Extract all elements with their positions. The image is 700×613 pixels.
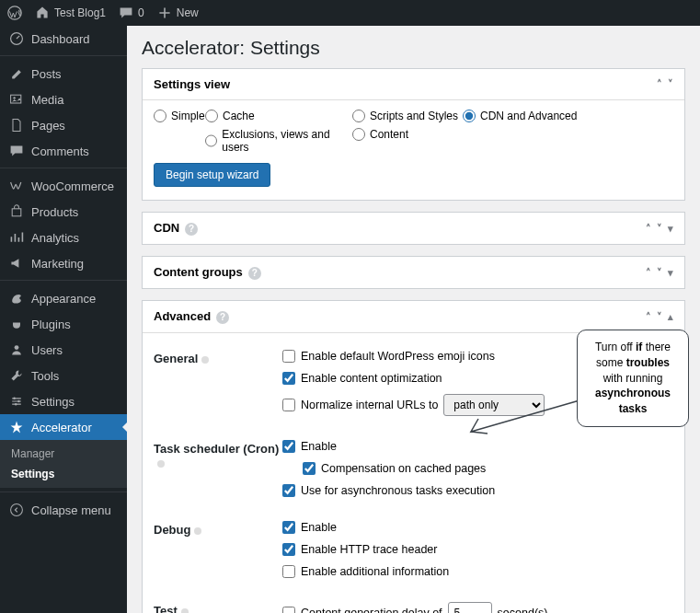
comments-count[interactable]: 0 (119, 6, 144, 20)
sidebar-label: Media (31, 93, 63, 107)
sidebar-item-analytics[interactable]: Analytics (0, 225, 127, 250)
sidebar-item-users[interactable]: Users (0, 337, 127, 363)
panel-head-cdn[interactable]: CDN? ˄˅▾ (143, 213, 684, 244)
callout-pointer-icon (462, 382, 581, 437)
admin-sidebar: Dashboard Posts Media Pages Comments Woo… (0, 26, 127, 613)
panel-title: CDN (154, 221, 179, 235)
svg-point-7 (17, 400, 19, 402)
view-content[interactable]: Content (352, 128, 463, 141)
page-title: Accelerator: Settings (142, 37, 685, 59)
test-delay-checkbox[interactable] (282, 607, 295, 613)
new-content[interactable]: New (157, 6, 199, 20)
sidebar-label: Settings (31, 395, 75, 409)
panel-head-advanced[interactable]: Advanced? ˄˅▴ (143, 301, 684, 332)
sidebar-item-comments[interactable]: Comments (0, 138, 127, 164)
comments-count-text: 0 (138, 6, 144, 19)
panel-title: Advanced (154, 309, 211, 323)
new-text: New (177, 6, 199, 19)
test-delay-input[interactable] (448, 602, 492, 613)
svg-point-8 (15, 403, 17, 405)
view-exclusions[interactable]: Exclusions, views and users (205, 128, 352, 154)
sidebar-label: Appearance (31, 292, 96, 306)
svg-rect-4 (12, 209, 21, 216)
view-cdn-advanced[interactable]: CDN and Advanced (463, 110, 601, 122)
caret-down-icon[interactable]: ▾ (668, 267, 673, 279)
chevron-down-icon[interactable]: ˅ (657, 223, 662, 235)
sidebar-item-settings[interactable]: Settings (0, 388, 127, 414)
help-icon[interactable]: ? (216, 311, 229, 324)
sidebar-item-tools[interactable]: Tools (0, 363, 127, 388)
opt-cron-compensation[interactable]: Compensation on cached pages (303, 462, 673, 475)
sidebar-label: Marketing (31, 257, 84, 271)
submenu-settings[interactable]: Settings (0, 464, 127, 484)
sidebar-item-appearance[interactable]: Appearance (0, 285, 127, 311)
sidebar-item-dashboard[interactable]: Dashboard (0, 26, 127, 52)
panel-title: Settings view (154, 77, 230, 91)
sidebar-item-media[interactable]: Media (0, 87, 127, 112)
sidebar-label: Comments (31, 145, 89, 158)
sidebar-item-plugins[interactable]: Plugins (0, 311, 127, 337)
chevron-up-icon[interactable]: ˄ (646, 267, 651, 279)
svg-point-9 (11, 504, 23, 516)
chevron-up-icon[interactable]: ˄ (657, 78, 662, 90)
sidebar-label: Accelerator (31, 421, 92, 434)
normalize-checkbox[interactable] (282, 399, 295, 411)
chevron-down-icon[interactable]: ˅ (657, 267, 662, 279)
sidebar-item-accelerator[interactable]: Accelerator (0, 414, 127, 440)
sidebar-item-pages[interactable]: Pages (0, 112, 127, 138)
opt-debug-additional[interactable]: Enable additional information (282, 565, 673, 578)
sidebar-item-marketing[interactable]: Marketing (0, 250, 127, 276)
main-content: Accelerator: Settings Settings view ˄˅ S… (127, 26, 700, 613)
svg-point-3 (13, 97, 15, 98)
opt-test-delay: Content generation delay of second(s) (282, 602, 673, 613)
site-name-text: Test Blog1 (54, 6, 106, 19)
chevron-down-icon[interactable]: ˅ (657, 311, 662, 323)
help-icon[interactable]: ? (185, 223, 198, 236)
opt-cron-async[interactable]: Use for asynchronous tasks execution (282, 484, 673, 497)
svg-point-5 (15, 345, 19, 350)
collapse-label: Collapse menu (31, 503, 111, 517)
panel-content-groups: Content groups? ˄˅▾ (142, 256, 685, 289)
collapse-menu[interactable]: Collapse menu (0, 497, 127, 523)
opt-debug-trace[interactable]: Enable HTTP trace header (282, 543, 673, 556)
sidebar-label: Tools (31, 369, 59, 383)
chevron-up-icon[interactable]: ˄ (646, 311, 651, 323)
panel-head-content-groups[interactable]: Content groups? ˄˅▾ (143, 257, 684, 288)
section-test: Test (154, 602, 282, 613)
annotation-callout: Turn off if there some troubles with run… (577, 330, 689, 427)
sidebar-label: Pages (31, 119, 65, 133)
svg-point-6 (13, 398, 15, 399)
panel-settings-view: Settings view ˄˅ Simple Cache Exclusions… (142, 68, 685, 201)
begin-setup-wizard-button[interactable]: Begin setup wizard (154, 163, 270, 187)
sidebar-label: Analytics (31, 231, 79, 245)
submenu-manager[interactable]: Manager (0, 444, 127, 464)
panel-cdn: CDN? ˄˅▾ (142, 212, 685, 245)
sidebar-label: Posts (31, 67, 62, 81)
help-icon[interactable]: ? (248, 267, 261, 280)
view-simple[interactable]: Simple (154, 110, 205, 122)
opt-debug-enable[interactable]: Enable (282, 521, 673, 534)
view-cache[interactable]: Cache (205, 110, 352, 122)
sidebar-label: Dashboard (31, 32, 90, 46)
wp-logo[interactable] (7, 6, 22, 20)
opt-cron-enable[interactable]: Enable (282, 440, 673, 453)
view-scripts[interactable]: Scripts and Styles (352, 110, 463, 122)
sidebar-item-posts[interactable]: Posts (0, 61, 127, 87)
accelerator-submenu: Manager Settings (0, 440, 127, 488)
section-debug: Debug (154, 521, 282, 578)
sidebar-label: Users (31, 343, 63, 357)
panel-head-settings-view[interactable]: Settings view ˄˅ (143, 69, 684, 99)
chevron-up-icon[interactable]: ˄ (646, 223, 651, 235)
panel-title: Content groups (154, 265, 243, 279)
caret-up-icon[interactable]: ▴ (668, 311, 673, 323)
site-name[interactable]: Test Blog1 (35, 6, 106, 20)
sidebar-label: WooCommerce (31, 179, 114, 193)
section-general: General (154, 350, 282, 416)
chevron-down-icon[interactable]: ˅ (668, 78, 673, 90)
sidebar-label: Products (31, 205, 78, 219)
caret-down-icon[interactable]: ▾ (668, 223, 673, 235)
sidebar-item-woocommerce[interactable]: WooCommerce (0, 173, 127, 199)
section-cron: Task scheduler (Cron) (154, 440, 282, 497)
sidebar-label: Plugins (31, 318, 71, 331)
sidebar-item-products[interactable]: Products (0, 199, 127, 225)
